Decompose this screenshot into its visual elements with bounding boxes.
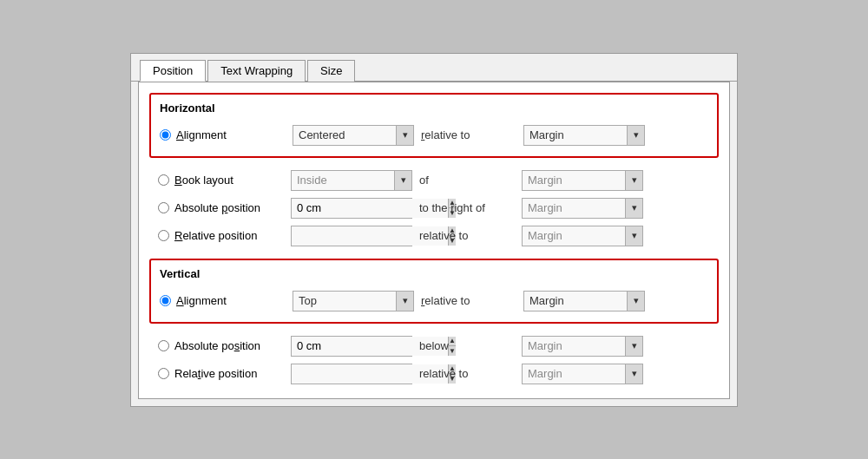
h-relative-dropdown2[interactable]: Margin (522, 226, 643, 246)
vertical-title: Vertical (160, 267, 708, 280)
v-alignment-row: Alignment Top relative to Margin (160, 287, 708, 315)
v-relative-radio[interactable] (158, 368, 169, 379)
v-absolute-radio[interactable] (158, 340, 169, 351)
h-book-connector: of (419, 174, 515, 187)
v-absolute-connector: below (419, 339, 515, 352)
h-alignment-arrow2[interactable] (627, 126, 644, 145)
v-relative-dropdown2[interactable]: Margin (522, 364, 643, 384)
h-alignment-arrow1[interactable] (396, 126, 413, 145)
v-absolute-text: Absolute position (174, 339, 260, 352)
h-book-text: Book layout (174, 174, 233, 187)
v-alignment-connector: relative to (421, 294, 516, 307)
h-absolute-spinner[interactable]: ▲ ▼ (291, 198, 412, 219)
tab-bar: Position Text Wrapping Size (131, 54, 737, 82)
h-absolute-connector: to the right of (419, 201, 515, 214)
v-absolute-spinner[interactable]: ▲ ▼ (291, 336, 412, 357)
v-alignment-radio[interactable] (160, 295, 171, 306)
v-absolute-value2: Margin (523, 338, 625, 354)
tab-text-wrapping[interactable]: Text Wrapping (207, 60, 306, 82)
v-alignment-text: Alignment (176, 294, 227, 307)
h-relative-connector: relative to (419, 229, 515, 242)
v-relative-connector: relative to (419, 367, 515, 380)
h-book-dropdown2[interactable]: Margin (522, 170, 643, 191)
v-relative-row: Relative position ▲ ▼ relative to Margin (149, 360, 719, 388)
h-book-label[interactable]: Book layout (158, 174, 284, 187)
tab-content: Horizontal Alignment Centered relative t… (138, 82, 730, 399)
h-book-arrow1[interactable] (394, 171, 411, 190)
h-alignment-value2: Margin (524, 127, 627, 143)
v-alignment-arrow2[interactable] (627, 292, 644, 311)
v-alignment-dropdown2[interactable]: Margin (523, 291, 645, 311)
dialog: Position Text Wrapping Size Horizontal A… (130, 53, 738, 407)
h-alignment-value1: Centered (293, 127, 396, 143)
h-relative-arrow2[interactable] (625, 226, 642, 246)
h-alignment-connector: relative to (421, 128, 516, 141)
v-relative-text: Relative position (174, 367, 257, 380)
v-relative-value2: Margin (523, 365, 625, 382)
tab-position[interactable]: Position (140, 60, 206, 82)
h-alignment-label[interactable]: Alignment (160, 128, 286, 141)
h-absolute-label[interactable]: Absolute position (158, 201, 284, 214)
h-alignment-radio[interactable] (160, 129, 171, 141)
v-alignment-label[interactable]: Alignment (160, 294, 286, 307)
v-relative-label[interactable]: Relative position (158, 367, 284, 380)
h-relative-value2: Margin (523, 227, 625, 244)
h-absolute-arrow2[interactable] (625, 199, 642, 218)
h-book-radio[interactable] (158, 174, 169, 186)
h-absolute-dropdown2[interactable]: Margin (522, 198, 643, 219)
v-relative-arrow2[interactable] (625, 364, 642, 384)
h-absolute-text: Absolute position (174, 201, 260, 214)
horizontal-title: Horizontal (160, 102, 708, 115)
v-absolute-label[interactable]: Absolute position (158, 339, 284, 352)
v-alignment-value2: Margin (524, 292, 627, 309)
vertical-section: Vertical Alignment Top relative to Margi… (149, 259, 719, 324)
v-absolute-dropdown2[interactable]: Margin (522, 336, 643, 357)
h-relative-spinner[interactable]: ▲ ▼ (291, 226, 412, 246)
h-book-dropdown1[interactable]: Inside (291, 170, 412, 191)
h-absolute-value2: Margin (523, 200, 625, 216)
h-alignment-dropdown1[interactable]: Centered (293, 125, 414, 146)
h-relative-text: Relative position (174, 229, 257, 242)
h-relative-label[interactable]: Relative position (158, 229, 284, 242)
h-relative-row: Relative position ▲ ▼ relative to Margin (149, 222, 719, 250)
h-book-value2: Margin (523, 172, 625, 188)
v-absolute-arrow2[interactable] (625, 337, 642, 356)
horizontal-section: Horizontal Alignment Centered relative t… (149, 93, 719, 158)
tab-size[interactable]: Size (307, 60, 355, 82)
h-alignment-row: Alignment Centered relative to Margin (160, 121, 708, 149)
v-alignment-arrow1[interactable] (396, 292, 413, 311)
h-book-row: Book layout Inside of Margin (149, 167, 719, 194)
h-alignment-text: Alignment (176, 128, 227, 141)
h-alignment-dropdown2[interactable]: Margin (523, 125, 645, 146)
v-alignment-value1: Top (293, 292, 396, 309)
h-absolute-row: Absolute position ▲ ▼ to the right of Ma… (149, 194, 719, 222)
h-book-arrow2[interactable] (625, 171, 642, 190)
h-relative-radio[interactable] (158, 230, 169, 241)
v-absolute-row: Absolute position ▲ ▼ below Margin (149, 332, 719, 360)
h-absolute-radio[interactable] (158, 202, 169, 213)
h-book-value1: Inside (292, 172, 394, 188)
v-alignment-dropdown1[interactable]: Top (293, 291, 414, 311)
v-relative-spinner[interactable]: ▲ ▼ (291, 364, 412, 384)
